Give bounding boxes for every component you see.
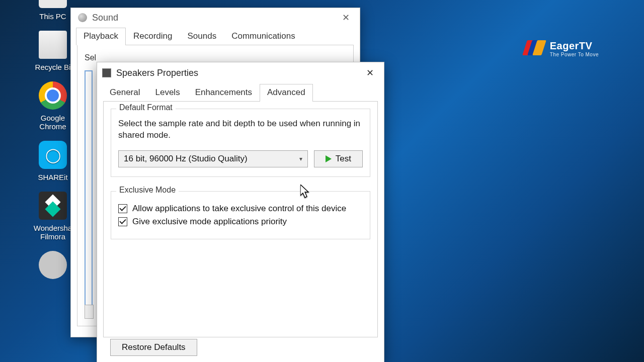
sample-rate-selected: 16 bit, 96000 Hz (Studio Quality) [124, 154, 248, 164]
sound-partial-button[interactable] [85, 305, 94, 319]
checkbox-label: Allow applications to take exclusive con… [132, 204, 346, 214]
watermark-text: EagerTV The Power To Move [550, 40, 599, 57]
checkbox-label: Give exclusive mode applications priorit… [132, 217, 287, 227]
tab-sounds[interactable]: Sounds [180, 28, 224, 45]
chrome-icon [39, 81, 67, 110]
sound-close-button[interactable]: ✕ [335, 10, 357, 25]
test-button[interactable]: Test [314, 150, 363, 167]
checkbox-allow-exclusive[interactable]: Allow applications to take exclusive con… [118, 204, 363, 214]
chevron-down-icon: ▾ [299, 155, 302, 162]
restore-defaults-label: Restore Defaults [122, 342, 186, 352]
desktop-icon-label: Recycle Bi [35, 63, 71, 71]
tab-recording[interactable]: Recording [126, 28, 180, 45]
checkbox-icon [118, 217, 127, 226]
tab-enhancements[interactable]: Enhancements [188, 84, 260, 102]
watermark-logo-icon [525, 40, 545, 57]
sound-body-text: Sel [85, 53, 96, 62]
filmora-icon [39, 192, 67, 220]
checkbox-exclusive-priority[interactable]: Give exclusive mode applications priorit… [118, 217, 363, 227]
play-icon [326, 155, 332, 162]
default-format-legend: Default Format [116, 103, 176, 112]
group-default-format: Default Format Select the sample rate an… [111, 109, 370, 177]
watermark-tagline: The Power To Move [550, 52, 599, 57]
desktop-icon-label: SHAREit [38, 173, 67, 182]
tab-communications[interactable]: Communications [224, 28, 303, 45]
sample-rate-dropdown[interactable]: 16 bit, 96000 Hz (Studio Quality) ▾ [118, 150, 308, 167]
group-exclusive-mode: Exclusive Mode Allow applications to tak… [111, 191, 370, 239]
unknown-icon [39, 251, 67, 279]
props-titlebar[interactable]: Speakers Properties ✕ [97, 62, 384, 83]
tab-playback[interactable]: Playback [76, 28, 126, 45]
tab-levels[interactable]: Levels [147, 84, 187, 102]
shareit-icon: ◯ [39, 141, 67, 169]
tab-general[interactable]: General [102, 84, 147, 102]
desktop-icon-label: This PC [39, 12, 66, 21]
checkbox-icon [118, 204, 127, 213]
props-tabstrip: General Levels Enhancements Advanced [97, 83, 384, 101]
speaker-icon [102, 68, 111, 77]
restore-defaults-button[interactable]: Restore Defaults [110, 339, 197, 356]
sound-tabstrip: Playback Recording Sounds Communications [71, 27, 360, 45]
sound-titlebar[interactable]: Sound ✕ [71, 8, 360, 27]
exclusive-mode-legend: Exclusive Mode [116, 186, 179, 195]
default-format-description: Select the sample rate and bit depth to … [118, 118, 363, 141]
props-close-button[interactable]: ✕ [359, 65, 381, 80]
desktop: This PC Recycle Bi Google Chrome ◯ SHARE… [0, 0, 644, 362]
pc-icon [39, 0, 67, 8]
props-body: Default Format Select the sample rate an… [103, 101, 378, 337]
tab-advanced[interactable]: Advanced [260, 84, 313, 102]
speakers-properties-window: Speakers Properties ✕ General Levels Enh… [97, 62, 384, 362]
sound-title: Sound [92, 13, 118, 23]
test-button-label: Test [336, 154, 351, 164]
props-title: Speakers Properties [116, 68, 198, 78]
sound-icon [78, 13, 87, 22]
device-list-frame [85, 70, 93, 315]
watermark: EagerTV The Power To Move [525, 40, 599, 57]
close-icon: ✕ [342, 12, 350, 23]
close-icon: ✕ [366, 67, 374, 78]
watermark-brand: EagerTV [550, 40, 599, 52]
recycle-bin-icon [39, 31, 67, 59]
